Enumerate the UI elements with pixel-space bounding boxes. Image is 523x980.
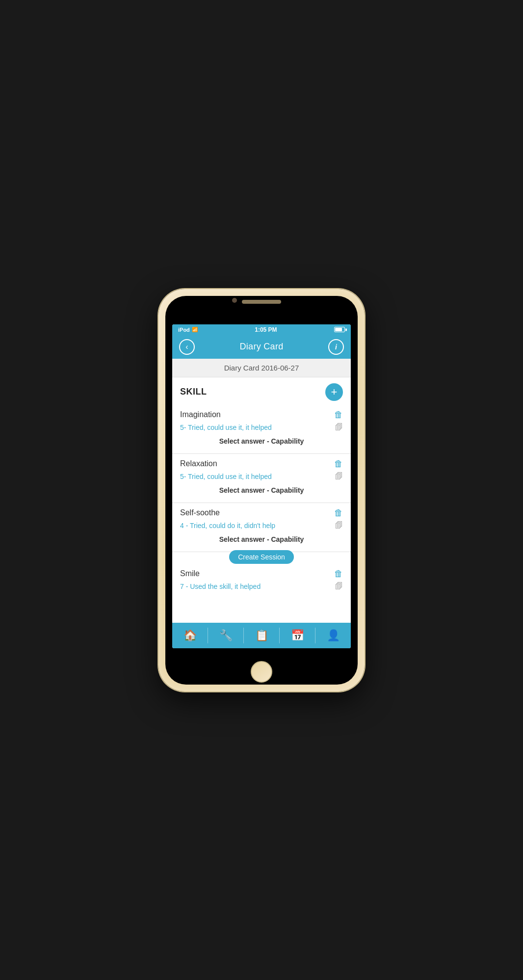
section-title: SKILL [180,387,207,397]
tab-calendar[interactable]: 📅 [280,623,315,648]
tab-contacts[interactable]: 👤 [315,623,351,648]
copy-self-soothe-button[interactable]: 🗐 [335,521,343,530]
skill-answer-row-smile: 7 - Used the skill, it helped 🗐 [172,581,351,594]
skill-item-imagination: Imagination 🗑 5- Tried, could use it, it… [172,405,351,454]
create-session-label: Create Session [238,553,285,561]
skill-name-relaxation: Relaxation [180,459,217,468]
skill-capability-imagination[interactable]: Select answer - Capability [219,437,304,445]
copy-relaxation-button[interactable]: 🗐 [335,472,343,481]
skill-row-imagination: Imagination 🗑 [172,405,351,422]
home-icon: 🏠 [183,629,197,642]
skill-capability-relaxation[interactable]: Select answer - Capability [219,486,304,494]
content-area: Diary Card 2016-06-27 SKILL + Imaginatio… [172,359,351,623]
nav-title: Diary Card [239,342,283,352]
phone-frame: iPod 📶 1:05 PM ‹ Diary Card i [158,289,365,691]
skill-answer-self-soothe[interactable]: 4 - Tried, could do it, didn't help [180,522,275,530]
status-time: 1:05 PM [255,326,277,333]
status-bar: iPod 📶 1:05 PM [172,324,351,335]
skill-list: Imagination 🗑 5- Tried, could use it, it… [172,405,351,598]
tab-home[interactable]: 🏠 [172,623,208,648]
delete-smile-button[interactable]: 🗑 [334,569,343,579]
screen: iPod 📶 1:05 PM ‹ Diary Card i [172,324,351,648]
tab-diary[interactable]: 📋 [244,623,279,648]
skill-name-self-soothe: Self-soothe [180,508,220,517]
skill-row-smile: Smile 🗑 [172,564,351,581]
skill-answer-row-self-soothe: 4 - Tried, could do it, didn't help 🗐 [172,520,351,533]
phone-camera [232,298,237,303]
wifi-icon: 📶 [192,327,198,332]
plus-icon: + [331,386,338,398]
delete-self-soothe-button[interactable]: 🗑 [334,508,343,518]
back-chevron-icon: ‹ [185,343,188,351]
delete-relaxation-button[interactable]: 🗑 [334,459,343,469]
diary-header: Diary Card 2016-06-27 [172,359,351,377]
tab-tools[interactable]: 🔧 [208,623,243,648]
phone-speaker [242,300,281,304]
phone-home-button[interactable] [251,661,272,683]
skill-name-smile: Smile [180,569,200,578]
info-button[interactable]: i [328,339,344,355]
skill-name-imagination: Imagination [180,410,221,419]
skill-section-header: SKILL + [172,377,351,405]
copy-smile-button[interactable]: 🗐 [335,582,343,591]
skill-row-self-soothe: Self-soothe 🗑 [172,503,351,520]
copy-imagination-button[interactable]: 🗐 [335,423,343,432]
diary-icon: 📋 [255,629,268,642]
skill-answer-relaxation[interactable]: 5- Tried, could use it, it helped [180,473,272,480]
create-session-button[interactable]: Create Session [229,550,294,564]
info-icon: i [335,343,337,351]
contacts-icon: 👤 [327,629,340,642]
battery-icon [334,327,345,332]
nav-bar: ‹ Diary Card i [172,335,351,359]
status-left: iPod 📶 [178,327,198,333]
delete-imagination-button[interactable]: 🗑 [334,410,343,420]
status-right [334,327,345,332]
tools-icon: 🔧 [219,629,233,642]
skill-capability-row-imagination: Select answer - Capability [172,435,351,450]
skill-row-relaxation: Relaxation 🗑 [172,454,351,471]
battery-fill [335,328,342,331]
back-button[interactable]: ‹ [179,339,195,355]
skill-item-relaxation: Relaxation 🗑 5- Tried, could use it, it … [172,454,351,503]
skill-answer-row-relaxation: 5- Tried, could use it, it helped 🗐 [172,471,351,484]
skill-answer-smile[interactable]: 7 - Used the skill, it helped [180,583,261,590]
tab-bar: 🏠 🔧 📋 📅 👤 [172,623,351,648]
skill-answer-imagination[interactable]: 5- Tried, could use it, it helped [180,424,272,431]
create-session-container: Create Session [172,550,351,564]
carrier-label: iPod [178,327,190,333]
skill-answer-row-imagination: 5- Tried, could use it, it helped 🗐 [172,422,351,435]
diary-date-label: Diary Card 2016-06-27 [224,364,299,372]
skill-capability-self-soothe[interactable]: Select answer - Capability [219,535,304,543]
add-skill-button[interactable]: + [325,383,343,401]
skill-item-self-soothe: Self-soothe 🗑 4 - Tried, could do it, di… [172,503,351,552]
skill-capability-row-relaxation: Select answer - Capability [172,484,351,499]
calendar-icon: 📅 [291,629,304,642]
phone-inner: iPod 📶 1:05 PM ‹ Diary Card i [165,296,358,685]
skill-item-smile: Smile 🗑 7 - Used the skill, it helped 🗐 [172,564,351,598]
skill-capability-row-self-soothe: Select answer - Capability [172,533,351,548]
